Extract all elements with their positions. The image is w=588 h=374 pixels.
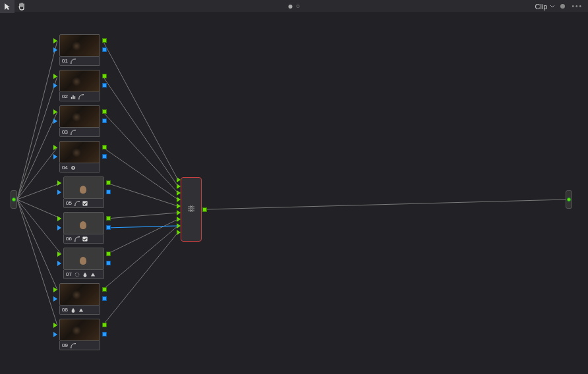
rgb-output-port[interactable] (102, 74, 107, 78)
alpha-output-port[interactable] (102, 47, 107, 52)
svg-point-26 (82, 94, 84, 95)
node-graph-canvas[interactable]: 010203040506070809 (0, 13, 588, 374)
node-thumbnail (59, 70, 100, 92)
grade-node-06[interactable]: 06 (63, 212, 104, 244)
svg-point-28 (74, 130, 76, 131)
rgb-input-port[interactable] (57, 216, 61, 221)
curve-badge-icon (71, 343, 76, 348)
rgb-output-port[interactable] (102, 38, 107, 43)
grade-node-07[interactable]: 07 (63, 248, 104, 279)
node-number: 06 (66, 236, 72, 242)
svg-line-18 (107, 226, 178, 228)
page-dot-1[interactable] (289, 5, 293, 9)
input-port-icon (12, 198, 16, 201)
circle-badge-icon (71, 165, 76, 171)
pan-tool[interactable] (15, 0, 29, 13)
alpha-input-port[interactable] (53, 47, 57, 53)
grade-node-05[interactable]: 05 (63, 176, 104, 208)
node-info-bar: 04 (59, 163, 100, 173)
svg-line-3 (17, 147, 57, 200)
rgb-output-port[interactable] (106, 180, 111, 185)
alpha-input-port[interactable] (53, 119, 57, 124)
svg-rect-24 (74, 96, 76, 99)
drop-badge-icon (71, 307, 76, 313)
rgb-output-port[interactable] (102, 109, 107, 114)
bars-badge-icon (71, 94, 76, 99)
scope-dot-icon (560, 4, 565, 9)
node-number: 07 (66, 271, 72, 277)
alpha-input-port[interactable] (53, 154, 57, 159)
grade-node-04[interactable]: 04 (59, 141, 100, 173)
svg-line-7 (17, 200, 57, 290)
alpha-input-port[interactable] (53, 332, 57, 337)
rgb-input-port[interactable] (57, 252, 61, 257)
node-info-bar: 03 (59, 128, 100, 137)
alpha-output-port[interactable] (106, 190, 111, 194)
rgb-output-port[interactable] (106, 252, 111, 256)
rgb-input-port[interactable] (57, 180, 61, 186)
chevron-down-icon (550, 5, 555, 9)
svg-line-2 (17, 112, 57, 200)
more-menu[interactable]: ••• (572, 3, 583, 10)
svg-point-38 (71, 347, 72, 348)
rgb-input-port[interactable] (53, 287, 57, 292)
rgb-input-port[interactable] (53, 323, 57, 328)
curve-badge-icon (74, 201, 80, 206)
rgb-output-port[interactable] (102, 145, 107, 149)
node-info-bar: 09 (59, 341, 100, 350)
alpha-input-port[interactable] (57, 261, 61, 266)
page-dot-2[interactable] (297, 5, 300, 8)
mixer-output-port[interactable] (202, 207, 207, 212)
svg-rect-23 (73, 95, 74, 99)
alpha-input-port[interactable] (57, 190, 61, 195)
alpha-output-port[interactable] (102, 83, 107, 88)
grade-node-01[interactable]: 01 (59, 34, 100, 66)
svg-line-19 (206, 200, 566, 209)
node-info-bar: 02 (59, 92, 100, 101)
svg-line-14 (107, 213, 178, 219)
parallel-mixer-node[interactable] (181, 177, 202, 242)
node-thumbnail (59, 319, 100, 341)
rgb-input-port[interactable] (53, 109, 57, 115)
grade-node-08[interactable]: 08 (59, 283, 100, 315)
alpha-output-port[interactable] (102, 296, 107, 301)
svg-line-8 (17, 200, 57, 325)
grade-node-09[interactable]: 09 (59, 319, 100, 350)
svg-line-13 (107, 183, 178, 206)
node-info-bar: 07 (63, 270, 104, 279)
svg-line-9 (103, 41, 178, 180)
page-indicator[interactable] (289, 5, 300, 9)
alpha-input-port[interactable] (57, 225, 61, 230)
rgb-output-port[interactable] (106, 216, 111, 221)
alpha-output-port[interactable] (106, 261, 111, 265)
output-port-icon (567, 198, 571, 201)
graph-input-node[interactable] (11, 190, 17, 209)
curve-badge-icon (71, 59, 76, 64)
rgb-input-port[interactable] (53, 38, 57, 43)
grade-node-02[interactable]: 02 (59, 70, 100, 101)
select-tool[interactable] (0, 0, 15, 13)
node-thumbnail (59, 34, 100, 57)
rgb-input-port[interactable] (53, 74, 57, 79)
alpha-output-port[interactable] (106, 225, 111, 230)
alpha-output-port[interactable] (102, 332, 107, 336)
graph-output-node[interactable] (566, 190, 572, 209)
svg-line-4 (17, 183, 61, 200)
alpha-output-port[interactable] (102, 119, 107, 123)
alpha-output-port[interactable] (102, 154, 107, 159)
node-info-bar: 08 (59, 306, 100, 315)
grade-node-03[interactable]: 03 (59, 105, 100, 137)
svg-rect-22 (71, 97, 73, 99)
rgb-output-port[interactable] (102, 287, 107, 292)
svg-point-37 (75, 273, 79, 277)
node-thumbnail (59, 105, 100, 128)
scope-label: Clip (535, 3, 548, 11)
svg-point-30 (73, 167, 74, 168)
scope-selector[interactable]: Clip (535, 3, 566, 11)
rgb-input-port[interactable] (53, 145, 57, 150)
toolbar: Clip ••• (0, 0, 588, 13)
node-number: 05 (66, 200, 72, 206)
rgb-output-port[interactable] (102, 323, 107, 327)
alpha-input-port[interactable] (53, 296, 57, 302)
alpha-input-port[interactable] (53, 83, 57, 88)
